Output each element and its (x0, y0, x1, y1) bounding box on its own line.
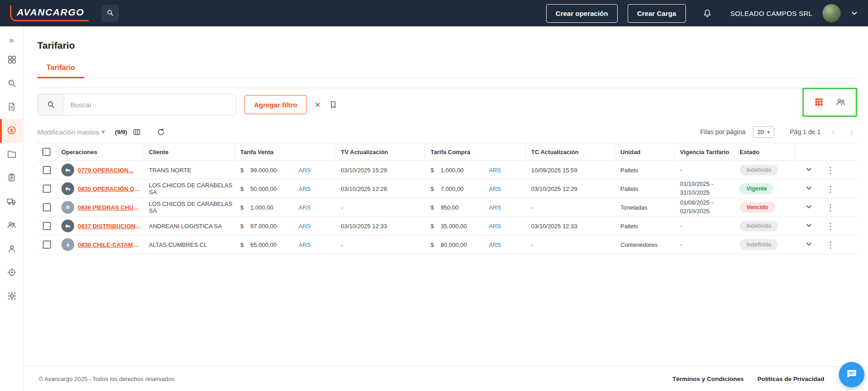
header-cliente[interactable]: Cliente (143, 143, 235, 160)
row-checkbox[interactable] (43, 241, 51, 249)
header-tc-actualizacion[interactable]: TC Actualización (526, 143, 615, 160)
operation-link[interactable]: 0837 DISTRIBUCION CO... (78, 223, 142, 230)
status-badge: Vencido (740, 202, 775, 213)
operation-link[interactable]: 0838 CHILE-CATAMARCA (78, 241, 142, 248)
sale-currency[interactable]: ARS (299, 185, 311, 192)
refresh-icon[interactable] (157, 128, 165, 136)
sidebar-item-orders[interactable] (0, 166, 24, 190)
header-tarifa-compra[interactable]: Tarifa Compra (425, 143, 526, 160)
client-cell: TRANS NORTE (143, 167, 235, 174)
sale-currency[interactable]: ARS (299, 167, 311, 174)
chat-widget-button[interactable] (839, 362, 864, 387)
header-unidad[interactable]: Unidad (615, 143, 675, 160)
row-checkbox[interactable] (43, 222, 51, 230)
add-filter-button[interactable]: Agregar filtro (244, 95, 307, 114)
chevron-down-icon[interactable] (851, 10, 858, 17)
sidebar-item-documents[interactable] (0, 95, 24, 119)
header-actions (795, 143, 857, 160)
sidebar-item-folders[interactable] (0, 143, 24, 166)
chevron-down-icon (805, 241, 812, 249)
buy-currency[interactable]: ARS (489, 223, 501, 230)
row-checkbox[interactable] (43, 166, 51, 174)
expand-sidebar-icon[interactable]: » (0, 32, 24, 48)
table-row: 0837 DISTRIBUCION CO... ANDREANI LOGISTI… (37, 217, 857, 236)
sidebar-item-operations-search[interactable] (0, 72, 24, 95)
user-avatar[interactable] (822, 4, 841, 22)
currency-symbol: $ (431, 167, 441, 174)
operation-link[interactable]: 0779 OPERACION... (78, 167, 133, 174)
search-icon[interactable] (38, 94, 64, 115)
currency-symbol: $ (431, 204, 441, 211)
next-page-button[interactable]: › (846, 126, 857, 137)
tv-update-cell: 03/10/2025 12:28 (335, 185, 425, 192)
row-menu-button[interactable]: ⋮ (826, 202, 835, 213)
create-load-button[interactable]: Crear Carga (628, 4, 686, 23)
main-content: Tarifario Tarifario Agregar filtro × (24, 26, 868, 254)
row-menu-button[interactable]: ⋮ (826, 240, 835, 250)
buy-rate-cell: $ 80.000,00 ARS (425, 241, 526, 248)
sidebar-item-teams[interactable] (0, 214, 24, 237)
sidebar-item-settings[interactable] (0, 285, 24, 308)
bookmark-icon[interactable] (329, 100, 338, 109)
rows-per-page-select[interactable]: 20 ▾ (753, 126, 775, 138)
row-checkbox[interactable] (43, 203, 51, 211)
buy-currency[interactable]: ARS (489, 185, 501, 192)
rows-per-page-value: 20 (757, 129, 764, 135)
page-footer: © Avancargo 2025 - Todos los derechos re… (24, 366, 868, 391)
expand-row-button[interactable] (805, 222, 812, 231)
header-tarifa-venta[interactable]: Tarifa Venta (235, 143, 335, 160)
row-menu-button[interactable]: ⋮ (826, 165, 835, 175)
operation-link[interactable]: 0835 OPERACIÓN DEL SUR (78, 185, 142, 192)
sidebar-item-dashboard[interactable] (0, 48, 24, 72)
sale-currency[interactable]: ARS (299, 241, 311, 248)
grid-view-button[interactable] (810, 93, 828, 111)
buy-currency[interactable]: ARS (489, 204, 501, 211)
header-operaciones[interactable]: Operaciones (56, 143, 143, 160)
sale-currency[interactable]: ARS (299, 223, 311, 230)
pagination-controls: Filas por página 20 ▾ Pág 1 de 1 ‹ › (700, 126, 857, 138)
company-name[interactable]: SOLEADO CAMPOS SRL (731, 10, 812, 17)
tc-update-cell: - (526, 241, 615, 248)
header-vigencia[interactable]: Vigencia Tarifario (675, 143, 734, 160)
navbar-search-button[interactable] (102, 5, 119, 22)
row-menu-button[interactable]: ⋮ (826, 221, 835, 231)
buy-currency[interactable]: ARS (489, 167, 501, 174)
operation-link[interactable]: 0836 PIEDRAS CHUBUT (78, 204, 142, 211)
expand-row-button[interactable] (805, 166, 812, 175)
expand-row-button[interactable] (805, 203, 812, 212)
sale-currency[interactable]: ARS (299, 204, 311, 211)
search-input[interactable] (64, 94, 236, 115)
tab-tarifario[interactable]: Tarifario (37, 58, 84, 78)
privacy-link[interactable]: Políticas de Privacidad (757, 376, 824, 382)
sale-amount: 65.000,00 (250, 241, 299, 248)
header-tv-actualizacion[interactable]: TV Actualización (335, 143, 425, 160)
rows-per-page-label: Filas por página (700, 128, 746, 135)
select-all-checkbox[interactable] (42, 148, 51, 156)
expand-row-button[interactable] (805, 241, 812, 249)
previous-page-button[interactable]: ‹ (828, 126, 839, 137)
expand-row-button[interactable] (805, 185, 812, 193)
terms-link[interactable]: Términos y Condiciones (672, 376, 744, 382)
bulk-edit-label: Modificación masiva (37, 128, 99, 136)
sale-amount: 50.000,00 (250, 185, 299, 192)
clear-filters-icon[interactable]: × (315, 100, 320, 109)
sidebar-item-tariffs[interactable]: $ (0, 119, 24, 143)
header-estado[interactable]: Estado (734, 143, 795, 160)
create-operation-button[interactable]: Crear operación (546, 4, 618, 23)
columns-icon[interactable] (132, 128, 141, 136)
table-row: 0838 CHILE-CATAMARCA ALTAS CUMBRES CL $ … (37, 236, 857, 254)
sidebar-item-clients[interactable] (0, 237, 24, 261)
dashboard-icon (7, 55, 17, 66)
selection-count: (9/9) (115, 129, 127, 135)
row-menu-button[interactable]: ⋮ (826, 184, 835, 194)
unit-cell: Pallets (615, 223, 675, 230)
sidebar-item-fleet[interactable] (0, 190, 24, 214)
group-view-button[interactable] (832, 93, 850, 111)
currency-symbol: $ (431, 185, 441, 192)
buy-currency[interactable]: ARS (489, 241, 501, 248)
buy-amount: 80.000,00 (441, 241, 489, 248)
sidebar-item-tracking[interactable] (0, 261, 24, 285)
bulk-edit-dropdown[interactable]: Modificación masiva ▾ (37, 128, 105, 136)
row-checkbox[interactable] (43, 185, 51, 193)
notifications-bell-icon[interactable] (702, 8, 712, 18)
